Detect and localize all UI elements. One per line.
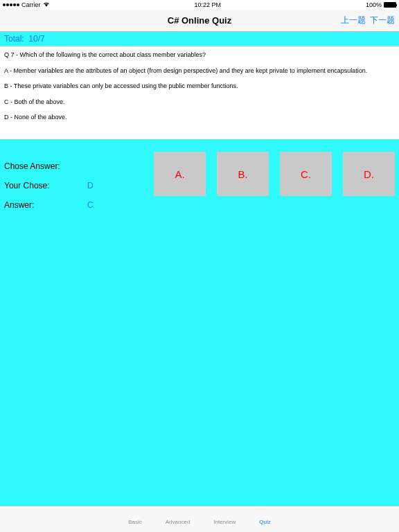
- tab-interview[interactable]: Interview: [213, 519, 236, 525]
- signal-icon: [3, 3, 19, 6]
- nav-bar: C# Online Quiz 上一题 下一题: [0, 10, 399, 32]
- page-title: C# Online Quiz: [168, 15, 231, 26]
- prev-button[interactable]: 上一题: [341, 15, 366, 26]
- question-prompt: Q 7 - Which of the following is the corr…: [4, 51, 395, 60]
- question-block: Q 7 - Which of the following is the corr…: [0, 46, 399, 139]
- battery-icon: [384, 2, 396, 8]
- answer-button-b[interactable]: B.: [217, 152, 269, 196]
- total-row: Total: 10/7: [0, 32, 399, 46]
- answer-button-d[interactable]: D.: [343, 152, 395, 196]
- question-option-b: B - These private variables can only be …: [4, 82, 395, 91]
- answer-value: C: [87, 200, 94, 210]
- tab-bar: Basic Advanced Interview Quiz: [0, 506, 399, 532]
- question-option-a: A - Member variables are the attributes …: [4, 66, 395, 76]
- total-label: Total:: [4, 34, 24, 44]
- tab-quiz[interactable]: Quiz: [259, 519, 270, 525]
- your-chose-value: D: [87, 181, 94, 190]
- battery-pct: 100%: [366, 1, 382, 8]
- answer-button-c[interactable]: C.: [280, 152, 332, 196]
- tab-basic[interactable]: Basic: [128, 519, 142, 525]
- status-bar: Carrier 10:22 PM 100%: [0, 0, 399, 10]
- carrier-label: Carrier: [21, 1, 41, 8]
- status-right: 100%: [366, 1, 396, 8]
- status-time: 10:22 PM: [194, 1, 221, 8]
- question-option-c: C - Both of the above.: [4, 98, 395, 107]
- next-button[interactable]: 下一题: [370, 15, 395, 26]
- answer-label: Answer:: [4, 200, 87, 210]
- your-chose-label: Your Chose:: [4, 181, 87, 190]
- total-value: 10/7: [28, 34, 44, 44]
- status-left: Carrier: [3, 1, 50, 8]
- labels-block: Chose Answer: Your Chose: D Answer: C: [4, 157, 94, 215]
- answer-buttons: A. B. C. D.: [154, 152, 399, 196]
- question-option-d: D - None of the above.: [4, 113, 395, 123]
- tab-advanced[interactable]: Advanced: [166, 519, 190, 525]
- main-area: Chose Answer: Your Chose: D Answer: C A.…: [0, 139, 399, 506]
- answer-button-a[interactable]: A.: [154, 152, 206, 196]
- wifi-icon: [43, 1, 50, 8]
- chose-answer-label: Chose Answer:: [4, 161, 87, 171]
